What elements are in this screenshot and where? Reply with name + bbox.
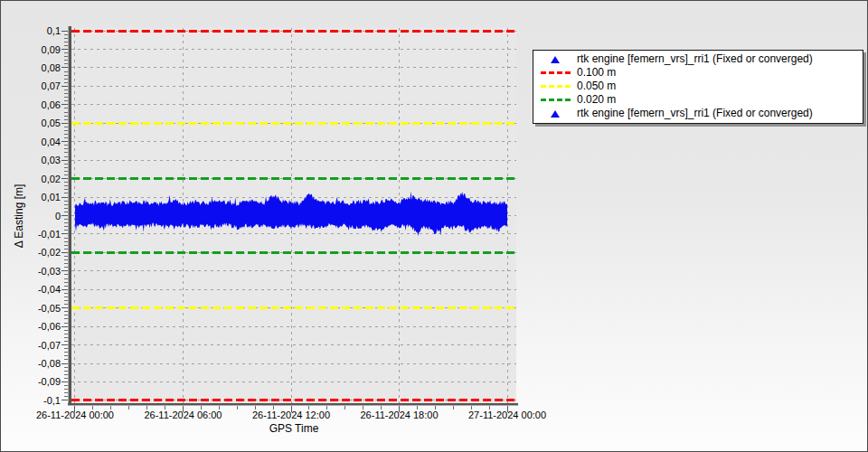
legend-row: rtk engine [femern_vrs]_rri1 (Fixed or c…: [533, 107, 863, 120]
y-minor-tick: [64, 185, 68, 186]
y-minor-tick: [64, 164, 68, 165]
y-tick-label: 0,08: [1, 62, 61, 73]
y-minor-tick: [64, 297, 68, 297]
y-minor-tick: [64, 274, 68, 275]
y-minor-tick: [64, 348, 68, 349]
x-minor-tick: [344, 406, 345, 410]
y-minor-tick: [64, 219, 68, 220]
y-minor-tick: [64, 334, 68, 334]
y-major-tick: [61, 344, 68, 345]
y-axis-title: Δ Easting [m]: [13, 184, 25, 249]
y-minor-tick: [64, 293, 68, 294]
y-major-tick: [61, 197, 68, 198]
legend-row: 0.050 m: [533, 80, 863, 93]
y-minor-tick: [64, 182, 68, 183]
y-minor-tick: [64, 79, 68, 80]
x-minor-tick: [417, 406, 418, 410]
y-minor-tick: [64, 330, 68, 331]
y-minor-tick: [64, 311, 68, 312]
y-axis-line: [68, 26, 71, 406]
y-tick-label: 0,02: [1, 174, 61, 184]
legend-label: rtk engine [femern_vrs]_rri1 (Fixed or c…: [577, 107, 813, 120]
y-minor-tick: [64, 208, 68, 209]
y-minor-tick: [64, 241, 68, 242]
y-major-tick: [61, 326, 68, 327]
y-minor-tick: [64, 212, 68, 212]
threshold-line: [71, 177, 516, 180]
y-minor-tick: [64, 189, 68, 190]
y-tick-label: -0,04: [1, 284, 61, 295]
legend-marker: [533, 99, 577, 101]
y-minor-tick: [64, 137, 68, 138]
y-minor-tick: [64, 263, 68, 264]
y-minor-tick: [64, 112, 68, 113]
y-minor-tick: [64, 230, 68, 231]
y-major-tick: [61, 307, 68, 308]
x-minor-tick: [110, 406, 111, 410]
x-tick-label: 26-11-2024 18:00: [341, 410, 458, 421]
legend-label: 0.050 m: [577, 80, 616, 93]
y-minor-tick: [64, 359, 68, 360]
y-major-tick: [61, 215, 68, 216]
y-minor-tick: [64, 318, 68, 319]
y-minor-tick: [64, 222, 68, 223]
y-minor-tick: [64, 116, 68, 117]
y-major-tick: [61, 123, 68, 124]
y-major-tick: [61, 31, 68, 32]
y-minor-tick: [64, 100, 68, 101]
plot-area: [71, 28, 516, 403]
y-tick-label: 0,05: [1, 118, 61, 128]
y-major-tick: [61, 178, 68, 179]
y-minor-tick: [64, 267, 68, 268]
legend-row: 0.020 m: [533, 93, 863, 107]
y-minor-tick: [64, 148, 68, 149]
x-minor-tick: [363, 406, 363, 410]
y-minor-tick: [64, 34, 68, 35]
data-band-series: [71, 28, 516, 403]
y-minor-tick: [64, 355, 68, 356]
y-tick-label: -0,09: [1, 376, 61, 387]
y-minor-tick: [64, 156, 68, 157]
y-major-tick: [61, 252, 68, 253]
y-minor-tick: [64, 389, 68, 390]
y-minor-tick: [64, 367, 68, 368]
x-tick-label: 26-11-2024 06:00: [124, 410, 241, 421]
chart-window: 0,10,090,080,070,060,050,040,030,020,010…: [0, 0, 868, 452]
y-minor-tick: [64, 341, 68, 342]
x-tick-label: 26-11-2024 00:00: [16, 410, 134, 421]
y-major-tick: [61, 363, 68, 364]
threshold-line: [71, 30, 516, 33]
x-minor-tick: [326, 406, 327, 410]
x-tick-label: 26-11-2024 12:00: [232, 410, 350, 421]
threshold-line: [71, 122, 516, 125]
x-minor-tick: [453, 406, 454, 410]
y-minor-tick: [64, 300, 68, 301]
y-minor-tick: [64, 245, 68, 246]
legend-marker: [533, 85, 577, 88]
y-tick-label: -0,01: [1, 229, 61, 240]
y-tick-label: 0,09: [1, 44, 61, 55]
y-tick-label: -0,1: [1, 395, 61, 406]
y-minor-tick: [64, 193, 68, 193]
y-minor-tick: [64, 71, 68, 72]
y-minor-tick: [64, 256, 68, 257]
x-minor-tick: [201, 406, 202, 410]
y-minor-tick: [64, 42, 68, 42]
dash-line-icon: [541, 99, 571, 101]
dash-line-icon: [541, 85, 571, 88]
y-major-tick: [61, 104, 68, 105]
y-minor-tick: [64, 145, 68, 146]
y-major-tick: [61, 141, 68, 142]
y-minor-tick: [64, 93, 68, 94]
y-major-tick: [61, 67, 68, 68]
y-tick-label: 0,03: [1, 155, 61, 165]
y-tick-label: 0,07: [1, 80, 61, 91]
y-minor-tick: [64, 282, 68, 283]
x-tick-label: 27-11-2024 00:00: [448, 410, 566, 421]
y-minor-tick: [64, 323, 68, 324]
legend-row: 0.100 m: [533, 66, 863, 80]
y-minor-tick: [64, 226, 68, 227]
y-minor-tick: [64, 249, 68, 250]
y-minor-tick: [64, 119, 68, 120]
x-minor-tick: [219, 406, 220, 410]
